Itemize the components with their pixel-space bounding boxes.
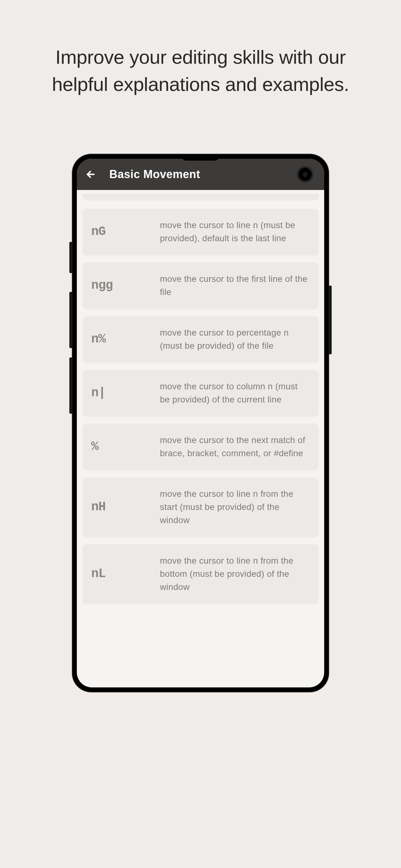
command-description: move the cursor to line n (must be provi… (160, 219, 310, 245)
phone-notch (182, 154, 219, 161)
command-description: move the cursor to percentage n (must be… (160, 326, 310, 352)
command-card[interactable]: nL move the cursor to line n from the bo… (82, 544, 319, 604)
command-key: n% (91, 332, 160, 346)
page-title: Basic Movement (109, 168, 200, 181)
command-card[interactable]: nH move the cursor to line n from the st… (82, 477, 319, 537)
arrow-left-icon (86, 169, 97, 180)
command-key: ngg (91, 278, 160, 292)
command-key: nH (91, 500, 160, 514)
command-key: nL (91, 567, 160, 581)
phone-side-button (69, 242, 72, 273)
command-card[interactable]: % move the cursor to the next match of b… (82, 424, 319, 470)
command-description: move the cursor to line n from the botto… (160, 554, 310, 594)
command-description: move the cursor to the next match of bra… (160, 434, 310, 460)
command-key: n| (91, 386, 160, 400)
page-headline: Improve your editing skills with our hel… (29, 44, 372, 98)
command-description: move the cursor to column n (must be pro… (160, 380, 310, 406)
command-list[interactable]: nG move the cursor to line n (must be pr… (77, 190, 324, 608)
app-header: Basic Movement (77, 159, 324, 190)
phone-side-button (329, 286, 332, 354)
command-description: move the cursor to line n from the start… (160, 488, 310, 527)
command-card[interactable]: n% move the cursor to percentage n (must… (82, 316, 319, 363)
command-description: move the cursor to the first line of the… (160, 273, 310, 299)
phone-side-button (69, 292, 72, 348)
phone-mockup-frame: Basic Movement nG move the cursor to lin… (72, 154, 329, 692)
command-key: nG (91, 225, 160, 239)
camera-lens (303, 172, 308, 177)
phone-side-button (69, 358, 72, 414)
command-card[interactable]: n| move the cursor to column n (must be … (82, 370, 319, 416)
command-card[interactable]: nG move the cursor to line n (must be pr… (82, 209, 319, 255)
partial-card-above (82, 194, 319, 200)
phone-screen: Basic Movement nG move the cursor to lin… (77, 159, 324, 687)
command-key: % (91, 440, 160, 454)
camera-cutout (299, 168, 312, 181)
command-card[interactable]: ngg move the cursor to the first line of… (82, 262, 319, 309)
back-button[interactable] (86, 169, 97, 180)
